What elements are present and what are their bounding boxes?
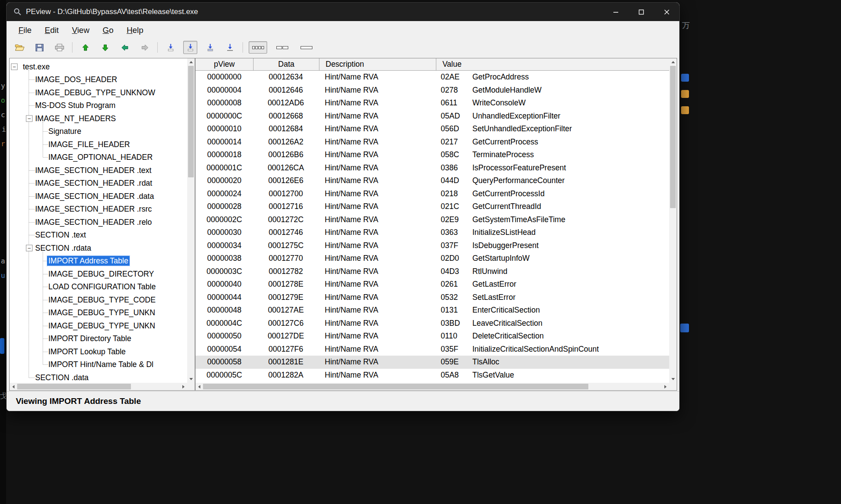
table-row[interactable]: 0000003800012770Hint/Name RVA02D0GetStar…: [196, 252, 669, 265]
maximize-button[interactable]: [628, 3, 654, 21]
tree-item[interactable]: −SECTION .rdata: [10, 241, 187, 255]
scroll-down-arrow[interactable]: [187, 375, 195, 383]
scrollbar-thumb[interactable]: [203, 384, 588, 389]
scroll-left-arrow[interactable]: [196, 383, 203, 390]
tree-item[interactable]: IMAGE_OPTIONAL_HEADER: [10, 151, 187, 164]
tree-item-label[interactable]: test.exe: [22, 61, 51, 72]
goto-next-button[interactable]: [203, 41, 217, 54]
table-row[interactable]: 00000014000126A2Hint/Name RVA0217GetCurr…: [196, 136, 669, 149]
tree-item-label[interactable]: IMPORT Directory Table: [47, 334, 133, 344]
tree-item-label[interactable]: SECTION .text: [34, 230, 87, 240]
table-row[interactable]: 0000000000012634Hint/Name RVA02AEGetProc…: [196, 71, 669, 84]
table-vertical-scrollbar[interactable]: [669, 58, 677, 383]
table-row[interactable]: 00000054000127F6Hint/Name RVA035FInitial…: [196, 343, 669, 356]
tree-item-label[interactable]: IMAGE_SECTION_HEADER .relo: [34, 217, 153, 227]
tree-vertical-scrollbar[interactable]: [187, 58, 195, 383]
table-row[interactable]: 00000018000126B6Hint/Name RVA058CTermina…: [196, 148, 669, 162]
nav-back-button[interactable]: [118, 41, 132, 54]
tree-item-label[interactable]: IMAGE_DEBUG_TYPE_CODE: [47, 295, 157, 305]
table-row[interactable]: 0000000400012646Hint/Name RVA0278GetModu…: [196, 84, 669, 97]
nav-up-button[interactable]: [78, 41, 92, 54]
tree-item[interactable]: LOAD CONFIGURATION Table: [10, 281, 187, 294]
scrollbar-thumb[interactable]: [17, 384, 131, 389]
tree-item[interactable]: IMAGE_DEBUG_TYPE_UNKN: [10, 306, 187, 320]
column-header-value[interactable]: Value: [436, 58, 669, 70]
nav-down-button[interactable]: [98, 41, 112, 54]
goto-prev-button[interactable]: [183, 41, 197, 54]
tree-item-label[interactable]: IMPORT Address Table: [47, 256, 130, 266]
tree-item-label[interactable]: IMAGE_SECTION_HEADER .rsrc: [34, 204, 153, 214]
scrollbar-thumb[interactable]: [188, 66, 194, 177]
tree-expander-icon[interactable]: −: [26, 115, 33, 122]
close-button[interactable]: [654, 3, 679, 21]
tree-item[interactable]: IMAGE_SECTION_HEADER .data: [10, 190, 187, 203]
tree-item[interactable]: IMAGE_DEBUG_TYPE_UNKN: [10, 319, 187, 332]
view-bytes-button[interactable]: [249, 41, 267, 54]
table-row[interactable]: 000000340001275CHint/Name RVA037FIsDebug…: [196, 239, 669, 252]
view-dwords-button[interactable]: [297, 41, 315, 54]
tree-item[interactable]: IMAGE_DEBUG_DIRECTORY: [10, 267, 187, 281]
nav-forward-button[interactable]: [138, 41, 152, 54]
table-row[interactable]: 0000001C000126CAHint/Name RVA0386IsProce…: [196, 162, 669, 175]
open-button[interactable]: [13, 41, 27, 54]
tree-item[interactable]: IMPORT Hint/Name Table & Dl: [10, 358, 187, 371]
tree-item-label[interactable]: IMAGE_DEBUG_TYPE_UNKN: [47, 308, 156, 318]
tree-item-label[interactable]: IMAGE_DEBUG_TYPE_UNKN: [47, 320, 156, 331]
menu-view[interactable]: View: [65, 24, 96, 37]
tree-item[interactable]: Signature: [10, 125, 187, 138]
tree-item-label[interactable]: IMAGE_FILE_HEADER: [47, 139, 131, 149]
minimize-button[interactable]: [603, 3, 628, 21]
tree-item[interactable]: IMAGE_SECTION_HEADER .text: [10, 164, 187, 177]
scroll-down-arrow[interactable]: [669, 375, 677, 383]
tree-item-label[interactable]: MS-DOS Stub Program: [34, 101, 117, 111]
table-row[interactable]: 0000003C00012782Hint/Name RVA04D3RtlUnwi…: [196, 265, 669, 278]
scrollbar-track[interactable]: [669, 66, 677, 375]
tree-item-label[interactable]: SECTION .rdata: [34, 243, 92, 253]
table-row[interactable]: 0000002800012716Hint/Name RVA021CGetCurr…: [196, 200, 669, 213]
tree-item-label[interactable]: IMAGE_DEBUG_DIRECTORY: [47, 269, 156, 279]
print-button[interactable]: [52, 41, 66, 54]
tree-item-label[interactable]: Signature: [47, 126, 83, 137]
table-row[interactable]: 000000580001281EHint/Name RVA059ETlsAllo…: [196, 356, 669, 369]
tree-item-label[interactable]: IMAGE_SECTION_HEADER .rdat: [34, 178, 153, 188]
table-horizontal-scrollbar[interactable]: [196, 383, 669, 390]
tree-item-label[interactable]: IMAGE_NT_HEADERS: [34, 113, 117, 123]
column-header-data[interactable]: Data: [254, 58, 319, 70]
table-row[interactable]: 0000004C000127C6Hint/Name RVA03BDLeaveCr…: [196, 317, 669, 330]
tree-item[interactable]: SECTION .text: [10, 229, 187, 242]
tree-item[interactable]: −IMAGE_NT_HEADERS: [10, 112, 187, 125]
tree-item[interactable]: IMAGE_DOS_HEADER: [10, 73, 187, 86]
tree-item-label[interactable]: SECTION .data: [34, 372, 90, 382]
tree-expander-icon[interactable]: −: [11, 63, 18, 70]
scroll-up-arrow[interactable]: [669, 58, 677, 66]
scrollbar-thumb[interactable]: [670, 66, 676, 208]
menu-file[interactable]: File: [12, 24, 38, 37]
tree-item-label[interactable]: IMAGE_OPTIONAL_HEADER: [47, 152, 154, 162]
tree-item-label[interactable]: IMPORT Lookup Table: [47, 346, 127, 356]
scroll-right-arrow[interactable]: [180, 383, 187, 390]
tree-expander-icon[interactable]: −: [26, 245, 33, 251]
save-button[interactable]: [33, 41, 47, 54]
scrollbar-track[interactable]: [17, 383, 180, 390]
tree-item-label[interactable]: IMAGE_SECTION_HEADER .data: [34, 191, 155, 201]
table-row[interactable]: 0000002400012700Hint/Name RVA0218GetCurr…: [196, 187, 669, 201]
table-row[interactable]: 0000000C00012668Hint/Name RVA05ADUnhandl…: [196, 110, 669, 123]
tree-item[interactable]: IMAGE_FILE_HEADER: [10, 138, 187, 151]
menu-edit[interactable]: Edit: [38, 24, 65, 37]
tree-item[interactable]: IMPORT Address Table: [10, 255, 187, 268]
tree-item[interactable]: SECTION .data: [10, 371, 187, 383]
column-header-description[interactable]: Description: [319, 58, 436, 70]
title-bar[interactable]: PEview - D:\GitHub\BypassAV\test\Release…: [7, 3, 679, 21]
tree-item[interactable]: −test.exe: [10, 60, 187, 73]
scroll-right-arrow[interactable]: [662, 383, 669, 390]
tree-item[interactable]: IMAGE_DEBUG_TYPE_CODE: [10, 293, 187, 306]
table-row[interactable]: 000000400001278EHint/Name RVA0261GetLast…: [196, 278, 669, 291]
tree-horizontal-scrollbar[interactable]: [10, 383, 187, 390]
goto-last-button[interactable]: [223, 41, 237, 54]
column-header-pview[interactable]: pView: [196, 58, 254, 70]
tree-item[interactable]: MS-DOS Stub Program: [10, 99, 187, 112]
scroll-up-arrow[interactable]: [187, 58, 195, 66]
table-row[interactable]: 0000005C0001282AHint/Name RVA05A8TlsGetV…: [196, 369, 669, 382]
table-row[interactable]: 0000000800012AD6Hint/Name RVA0611WriteCo…: [196, 97, 669, 110]
tree-item[interactable]: IMPORT Lookup Table: [10, 345, 187, 358]
